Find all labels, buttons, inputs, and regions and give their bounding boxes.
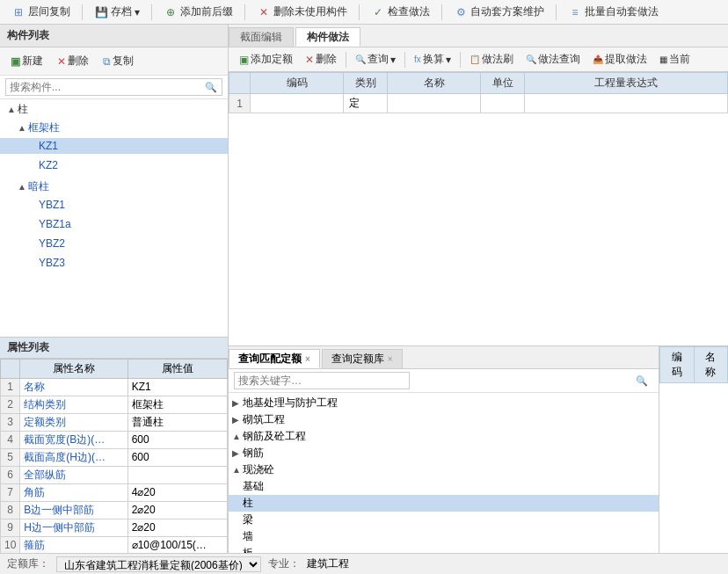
tree-qizhu[interactable]: ▶ 砌筑工程 xyxy=(229,411,659,428)
method-brush-btn[interactable]: 📋 做法刷 xyxy=(464,49,519,69)
tree-liang[interactable]: 梁 xyxy=(229,512,659,528)
kz1-label: KZ1 xyxy=(39,140,58,152)
tree-group-frame-column[interactable]: ▲ 框架柱 KZ1 KZ2 xyxy=(0,118,228,177)
auto-plan-btn[interactable]: 自动套方案维护 xyxy=(448,2,550,22)
save-btn[interactable]: 💾 存档 ▾ xyxy=(88,2,146,22)
liang-label: 梁 xyxy=(243,512,253,527)
tree-item-ybz2[interactable]: YBZ2 xyxy=(0,234,228,253)
tree-jichu[interactable]: 基础 xyxy=(229,478,659,495)
tree-item-kz1[interactable]: KZ1 xyxy=(0,136,228,156)
content-expr-header: 工程量表达式 xyxy=(525,73,728,94)
check-method-btn[interactable]: 检查做法 xyxy=(365,2,436,22)
content-cat-header: 类别 xyxy=(344,73,388,94)
tab-query-quota[interactable]: 查询定额库 × xyxy=(322,349,403,368)
prop-value-cell[interactable] xyxy=(127,466,227,483)
content-name-header: 名称 xyxy=(388,73,481,94)
dijichuli-label: 地基处理与防护工程 xyxy=(243,396,338,411)
tab-close-match[interactable]: × xyxy=(305,354,310,364)
current-icon: ▦ xyxy=(659,54,667,64)
row-cat-1[interactable]: 定 xyxy=(344,94,388,113)
prop-name-cell: 定额类别 xyxy=(20,413,127,431)
prop-value-cell[interactable]: 普通柱 xyxy=(127,413,227,431)
row-unit-1[interactable] xyxy=(481,94,525,113)
copy-icon: ⧉ xyxy=(103,55,111,68)
row-name-1[interactable] xyxy=(388,94,481,113)
prop-name-cell: 结构类别 xyxy=(20,396,127,413)
current-btn[interactable]: ▦ 当前 xyxy=(654,49,695,69)
bottom-tab-bar: 查询匹配定额 × 查询定额库 × xyxy=(229,346,659,369)
tree-qiang[interactable]: 墙 xyxy=(229,528,659,545)
br-code-header: 编码 xyxy=(660,347,695,383)
prop-row-num: 8 xyxy=(1,501,20,519)
bottom-right-panel: 编码 名称 xyxy=(659,346,728,574)
bottom-search-input[interactable] xyxy=(234,372,410,389)
query-icon: 🔍 xyxy=(355,54,366,64)
content-table-area: 编码 类别 名称 单位 工程量表达式 1 定 xyxy=(229,72,728,345)
sep-5 xyxy=(441,4,442,20)
tree-group-hidden-column[interactable]: ▲ 暗柱 YBZ1 YBZ1a xyxy=(0,177,228,274)
extract-method-btn[interactable]: 📤 提取做法 xyxy=(587,49,652,69)
sep-6 xyxy=(556,4,557,20)
tree-dijichuli[interactable]: ▶ 地基处理与防护工程 xyxy=(229,395,659,411)
tree-xianjiaotu[interactable]: ▲ 现浇砼 xyxy=(229,461,659,478)
delete-quota-icon: ✕ xyxy=(305,54,314,66)
tab-close-query[interactable]: × xyxy=(388,354,393,364)
prop-value-cell[interactable]: 4⌀20 xyxy=(127,483,227,501)
prop-row-num: 6 xyxy=(1,466,20,483)
tab-match-quota[interactable]: 查询匹配定额 × xyxy=(229,349,320,368)
content-code-header: 编码 xyxy=(251,73,344,94)
query-btn[interactable]: 🔍 查询 ▾ xyxy=(350,49,401,69)
prop-name-cell: 全部纵筋 xyxy=(20,466,127,483)
expand-icon: ▲ xyxy=(18,182,28,192)
add-quota-btn[interactable]: ▣ 添加定额 xyxy=(234,49,298,69)
tree-gangjin-group[interactable]: ▲ 钢筋及砼工程 xyxy=(229,428,659,445)
row-expr-1[interactable] xyxy=(525,94,728,113)
new-icon: ▣ xyxy=(11,55,20,68)
tree-item-ybz3[interactable]: YBZ3 xyxy=(0,253,228,272)
batch-icon xyxy=(568,5,582,19)
new-component-btn[interactable]: ▣ 新建 xyxy=(5,51,48,71)
add-prefix-icon xyxy=(164,5,178,19)
qizhu-label: 砌筑工程 xyxy=(243,412,285,427)
prop-value-cell[interactable]: 2⌀20 xyxy=(127,501,227,519)
expand-icon: ▲ xyxy=(232,465,243,475)
prop-value-cell[interactable]: KZ1 xyxy=(127,378,227,396)
row-code-1[interactable] xyxy=(251,94,344,113)
layer-copy-btn[interactable]: 层间复制 xyxy=(5,2,76,22)
prop-row: 10 箍筋 ⌀10@100/15(… xyxy=(1,536,228,554)
tree-item-ybz1[interactable]: YBZ1 xyxy=(0,195,228,214)
component-search-input[interactable] xyxy=(5,78,222,96)
prop-row-num: 1 xyxy=(1,378,20,396)
component-list-toolbar: ▣ 新建 ✕ 删除 ⧉ 复制 xyxy=(0,47,228,76)
prop-value-cell[interactable]: 2⌀20 xyxy=(127,519,227,536)
prop-value-cell[interactable]: ⌀10@100/15(… xyxy=(127,536,227,554)
tree-group-column[interactable]: ▲ 柱 ▲ 框架柱 KZ1 xyxy=(0,99,228,276)
prop-row-num: 5 xyxy=(1,448,20,466)
calc-icon: fx xyxy=(414,54,421,64)
calc-btn[interactable]: fx 换算 ▾ xyxy=(409,49,456,69)
copy-component-btn[interactable]: ⧉ 复制 xyxy=(98,51,139,71)
delete-quota-btn[interactable]: ✕ 删除 xyxy=(300,49,342,69)
tree-gangjin-sub[interactable]: ▶ 钢筋 xyxy=(229,445,659,461)
batch-auto-btn[interactable]: 批量自动套做法 xyxy=(562,2,665,22)
prop-value-cell[interactable]: 600 xyxy=(127,448,227,466)
prop-row-num: 9 xyxy=(1,519,20,536)
tree-item-kz2[interactable]: KZ2 xyxy=(0,156,228,175)
component-search-box: 🔍 xyxy=(0,76,228,99)
tab-cross-section[interactable]: 截面编辑 xyxy=(229,27,294,47)
def-label: 定额库： xyxy=(7,556,49,571)
prop-value-cell[interactable]: 框架柱 xyxy=(127,396,227,413)
prop-row: 5 截面高度(H边)(… 600 xyxy=(1,448,228,466)
prop-row: 8 B边一侧中部筋 2⌀20 xyxy=(1,501,228,519)
tree-zhu[interactable]: 柱 xyxy=(229,495,659,512)
def-select[interactable]: 山东省建筑工程消耗量定额(2006基价) xyxy=(56,556,261,572)
delete-component-btn[interactable]: ✕ 删除 xyxy=(52,51,94,71)
prop-value-cell[interactable]: 600 xyxy=(127,431,227,448)
add-prefix-btn[interactable]: 添加前后缀 xyxy=(157,2,239,22)
status-bar: 定额库： 山东省建筑工程消耗量定额(2006基价) 专业： 建筑工程 xyxy=(0,553,728,574)
ybz1-label: YBZ1 xyxy=(39,199,65,211)
delete-unused-btn[interactable]: 删除未使用构件 xyxy=(251,2,353,22)
tree-item-ybz1a[interactable]: YBZ1a xyxy=(0,214,228,234)
tab-method[interactable]: 构件做法 xyxy=(295,27,360,47)
method-query-btn[interactable]: 🔍 做法查询 xyxy=(521,49,586,69)
